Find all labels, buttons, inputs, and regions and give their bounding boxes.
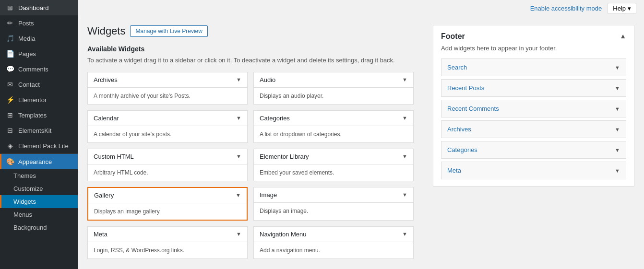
- widget-meta: Meta ▼ Login, RSS, & WordPress.org links…: [87, 226, 248, 259]
- footer-widget-chevron-icon: ▼: [615, 85, 620, 91]
- sidebar-item-posts[interactable]: ✏ Posts: [0, 15, 78, 31]
- comments-icon: 💬: [6, 65, 14, 73]
- widget-navigation-menu-desc: Add a navigation menu.: [254, 242, 413, 258]
- topbar: Enable accessibility mode Help ▾: [78, 0, 644, 17]
- sidebar-item-media[interactable]: 🎵 Media: [0, 31, 78, 46]
- widget-gallery-header[interactable]: Gallery ▼: [88, 188, 247, 203]
- footer-widget-search[interactable]: Search ▼: [441, 58, 626, 76]
- widget-navigation-menu: Navigation Menu ▼ Add a navigation menu.: [253, 226, 414, 259]
- widget-archives: Archives ▼ A monthly archive of your sit…: [87, 72, 248, 105]
- footer-widget-meta[interactable]: Meta ▼: [441, 162, 626, 179]
- footer-panel: Footer ▲ Add widgets here to appear in y…: [423, 17, 644, 269]
- sidebar: ⊞ Dashboard ✏ Posts 🎵 Media 📄 Pages 💬 Co…: [0, 0, 78, 269]
- widget-navigation-menu-header[interactable]: Navigation Menu ▼: [254, 227, 413, 242]
- chevron-down-icon: ▼: [236, 192, 241, 198]
- sidebar-sub-item-themes[interactable]: Themes: [0, 169, 78, 182]
- media-icon: 🎵: [6, 35, 14, 42]
- sidebar-item-label: Pages: [18, 50, 36, 58]
- widget-custom-html-header[interactable]: Custom HTML ▼: [88, 149, 247, 164]
- help-button[interactable]: Help ▾: [608, 3, 636, 14]
- sidebar-sub-item-widgets[interactable]: Widgets: [0, 195, 78, 208]
- sidebar-item-label: Dashboard: [18, 4, 49, 12]
- sidebar-item-appearance[interactable]: 🎨 Appearance: [0, 154, 78, 169]
- widget-audio: Audio ▼ Displays an audio player.: [253, 72, 414, 105]
- widget-meta-desc: Login, RSS, & WordPress.org links.: [88, 242, 247, 258]
- widget-calendar-header[interactable]: Calendar ▼: [88, 111, 247, 126]
- widget-image: Image ▼ Displays an image.: [253, 187, 414, 221]
- contact-icon: ✉: [6, 81, 14, 88]
- widget-grid: Archives ▼ A monthly archive of your sit…: [87, 72, 414, 259]
- sidebar-item-element-pack[interactable]: ◈ Element Pack Lite: [0, 138, 78, 153]
- widget-image-desc: Displays an image.: [254, 203, 413, 219]
- footer-widget-chevron-icon: ▼: [615, 65, 620, 70]
- chevron-down-icon: ▼: [402, 192, 407, 198]
- chevron-down-icon: ▼: [236, 231, 241, 237]
- sidebar-item-contact[interactable]: ✉ Contact: [0, 77, 78, 92]
- chevron-down-icon: ▼: [236, 77, 241, 82]
- sidebar-item-comments[interactable]: 💬 Comments: [0, 61, 78, 77]
- footer-widget-archives[interactable]: Archives ▼: [441, 120, 626, 138]
- widget-elementor-library: Elementor Library ▼ Embed your saved ele…: [253, 149, 414, 181]
- chevron-down-icon: ▼: [236, 115, 241, 121]
- widget-audio-desc: Displays an audio player.: [254, 88, 413, 104]
- widget-custom-html-desc: Arbitrary HTML code.: [88, 164, 247, 181]
- pages-icon: 📄: [6, 50, 14, 58]
- widget-audio-header[interactable]: Audio ▼: [254, 72, 413, 88]
- sidebar-item-label: ElementsKit: [18, 127, 51, 134]
- appearance-icon: 🎨: [6, 158, 14, 165]
- templates-icon: ⊞: [6, 111, 14, 119]
- sidebar-item-label: Appearance: [18, 158, 52, 165]
- footer-collapse-icon[interactable]: ▲: [620, 32, 626, 40]
- widget-archives-header[interactable]: Archives ▼: [88, 72, 247, 88]
- widget-calendar: Calendar ▼ A calendar of your site's pos…: [87, 110, 248, 143]
- chevron-down-icon: ▼: [402, 231, 407, 237]
- widget-meta-header[interactable]: Meta ▼: [88, 227, 247, 242]
- main-area: Enable accessibility mode Help ▾ Widgets…: [78, 0, 644, 269]
- sidebar-item-elementskit[interactable]: ⊟ ElementsKit: [0, 123, 78, 138]
- available-widgets-desc: To activate a widget drag it to a sideba…: [87, 56, 414, 65]
- footer-widget-categories[interactable]: Categories ▼: [441, 141, 626, 159]
- footer-widget-chevron-icon: ▼: [615, 106, 620, 112]
- footer-widget-recent-comments[interactable]: Recent Comments ▼: [441, 100, 626, 117]
- sidebar-item-dashboard[interactable]: ⊞ Dashboard: [0, 0, 78, 15]
- footer-subtitle: Add widgets here to appear in your foote…: [441, 45, 626, 52]
- widget-categories: Categories ▼ A list or dropdown of categ…: [253, 110, 414, 143]
- live-preview-button[interactable]: Manage with Live Preview: [130, 25, 207, 37]
- sidebar-item-label: Contact: [18, 81, 40, 88]
- accessibility-mode-link[interactable]: Enable accessibility mode: [530, 5, 602, 12]
- footer-widget-recent-posts[interactable]: Recent Posts ▼: [441, 79, 626, 97]
- sidebar-item-label: Media: [18, 35, 35, 42]
- widget-image-header[interactable]: Image ▼: [254, 187, 413, 203]
- sidebar-item-templates[interactable]: ⊞ Templates: [0, 107, 78, 123]
- footer-widget-chevron-icon: ▼: [615, 127, 620, 132]
- widget-categories-header[interactable]: Categories ▼: [254, 111, 413, 126]
- appearance-section: 🎨 Appearance Themes Customize Widgets Me…: [0, 153, 78, 234]
- widget-categories-desc: A list or dropdown of categories.: [254, 126, 413, 142]
- widget-custom-html: Custom HTML ▼ Arbitrary HTML code.: [87, 149, 248, 181]
- widgets-panel: Widgets Manage with Live Preview Availab…: [78, 17, 423, 269]
- widget-calendar-desc: A calendar of your site's posts.: [88, 126, 247, 142]
- chevron-down-icon: ▼: [402, 153, 407, 159]
- sidebar-item-label: Posts: [18, 20, 34, 27]
- footer-title: Footer: [441, 32, 465, 41]
- element-pack-icon: ◈: [6, 142, 14, 150]
- sidebar-item-pages[interactable]: 📄 Pages: [0, 46, 78, 61]
- chevron-down-icon: ▼: [402, 77, 407, 82]
- widget-archives-desc: A monthly archive of your site's Posts.: [88, 88, 247, 104]
- elementor-icon: ⚡: [6, 96, 14, 104]
- sidebar-item-elementor[interactable]: ⚡ Elementor: [0, 92, 78, 107]
- sidebar-sub-item-menus[interactable]: Menus: [0, 208, 78, 221]
- widget-elementor-library-desc: Embed your saved elements.: [254, 164, 413, 181]
- footer-widget-chevron-icon: ▼: [615, 168, 620, 174]
- sidebar-sub-item-customize[interactable]: Customize: [0, 182, 78, 195]
- elementskit-icon: ⊟: [6, 127, 14, 134]
- chevron-down-icon: ▼: [402, 115, 407, 121]
- sidebar-sub-item-background[interactable]: Background: [0, 221, 78, 234]
- page-title-row: Widgets Manage with Live Preview: [87, 25, 414, 37]
- widget-elementor-library-header[interactable]: Elementor Library ▼: [254, 149, 413, 164]
- dashboard-icon: ⊞: [6, 4, 14, 12]
- content-area: Widgets Manage with Live Preview Availab…: [78, 17, 644, 269]
- sidebar-item-label: Elementor: [18, 96, 47, 104]
- available-widgets-title: Available Widgets: [87, 45, 414, 53]
- footer-widget-chevron-icon: ▼: [615, 147, 620, 153]
